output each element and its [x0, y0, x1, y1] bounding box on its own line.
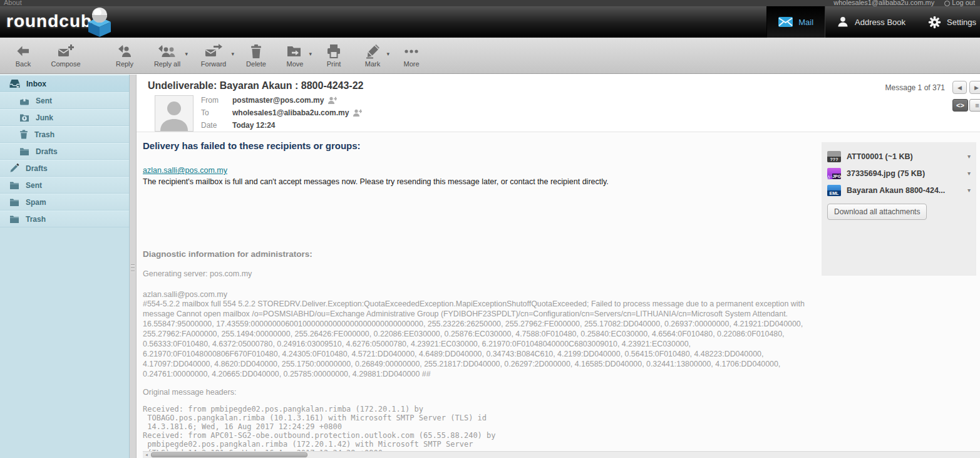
more-icon: [403, 44, 420, 59]
dropdown-caret-icon: ▾: [309, 51, 312, 57]
attachment-menu-caret-icon[interactable]: ▾: [967, 187, 971, 194]
attachment-item[interactable]: EML Bayaran Akaun 8800-424... ▾: [827, 182, 971, 199]
message-header: Undeliverable: Bayaran Akaun : 8800-4243…: [137, 75, 980, 132]
plaintext-view-toggle[interactable]: ≡: [969, 99, 980, 112]
nav-mail[interactable]: Mail: [766, 6, 825, 38]
forward-icon: [205, 44, 222, 59]
sidebar-item-sent2[interactable]: Sent: [0, 177, 129, 194]
html-view-toggle[interactable]: <>: [952, 99, 968, 112]
date-row: Date Today 12:24: [201, 119, 362, 132]
message-counter: Message 1 of 371: [885, 83, 945, 92]
nav-address-book[interactable]: Address Book: [825, 6, 917, 38]
folder-icon: [9, 214, 19, 224]
move-folder-icon: [287, 44, 303, 59]
roundcube-app: About wholesales1@alibaba2u.com.my Log o…: [0, 0, 980, 458]
add-contact-icon[interactable]: [353, 109, 362, 117]
inbox-icon: [9, 79, 20, 88]
attachment-item[interactable]: ??? ATT00001 (~1 KB) ▾: [827, 148, 971, 165]
download-all-attachments-button[interactable]: Download all attachments: [827, 204, 927, 220]
junk-icon: [19, 113, 29, 122]
diagnostic-text: #554-5.2.2 mailbox full 554 5.2.2 STORED…: [143, 299, 810, 379]
reply-all-button[interactable]: ▾ Reply all: [144, 39, 190, 72]
add-contact-icon[interactable]: [328, 96, 337, 104]
folder-sidebar: Inbox Sent Junk Trash Drafts Drafts: [0, 75, 130, 458]
sidebar-item-inbox[interactable]: Inbox: [0, 75, 129, 92]
raw-message-headers: Received: from pmbipegde02.pos.pangkalan…: [143, 405, 980, 457]
trash-icon: [19, 130, 28, 139]
eml-file-icon: EML: [827, 185, 841, 196]
main-region: Inbox Sent Junk Trash Drafts Drafts: [0, 75, 980, 458]
dropdown-caret-icon: ▾: [185, 51, 188, 57]
sidebar-item-trash[interactable]: Trash: [0, 126, 129, 143]
forward-button[interactable]: ▾ Forward: [190, 39, 237, 72]
pencil-icon: [9, 164, 19, 173]
reply-icon: [117, 44, 132, 59]
to-address: wholesales1@alibaba2u.com.my: [232, 108, 349, 117]
header-fields: From postmaster@pos.com.my To wholesales…: [201, 94, 362, 132]
message-toolbar: Back Compose Reply ▾ Reply all ▾ Forward…: [0, 38, 980, 74]
attachment-item[interactable]: △○JPG 37335694.jpg (75 KB) ▾: [827, 165, 971, 182]
back-icon: [16, 44, 31, 59]
sidebar-item-drafts-sub[interactable]: Drafts: [0, 143, 129, 160]
compose-button[interactable]: Compose: [43, 39, 89, 72]
address-book-icon: [837, 16, 849, 28]
mail-icon: [778, 17, 793, 27]
mark-button[interactable]: ▾ Mark: [353, 39, 392, 72]
top-strip: About wholesales1@alibaba2u.com.my Log o…: [0, 0, 980, 6]
message-subject: Undeliverable: Bayaran Akaun : 8800-4243…: [148, 80, 363, 91]
from-row: From postmaster@pos.com.my: [201, 94, 362, 107]
move-button[interactable]: ▾ Move: [276, 39, 314, 72]
from-address: postmaster@pos.com.my: [232, 96, 324, 105]
delete-button[interactable]: Delete: [237, 39, 276, 72]
unknown-file-icon: ???: [827, 151, 841, 162]
reply-all-icon: [158, 44, 177, 59]
splitter-grip-icon: [131, 263, 135, 274]
sidebar-item-spam[interactable]: Spam: [0, 194, 129, 211]
message-pane: Undeliverable: Bayaran Akaun : 8800-4243…: [137, 75, 980, 458]
trash-icon: [249, 44, 263, 59]
sent-icon: [19, 96, 29, 105]
folder-icon: [19, 147, 29, 156]
scroll-left-arrow-icon[interactable]: ◂: [143, 452, 150, 458]
about-link[interactable]: About: [4, 0, 22, 6]
mark-icon: [365, 44, 380, 59]
taskbar: Mail Address Book Settings: [766, 6, 980, 38]
sidebar-item-trash2[interactable]: Trash: [0, 211, 129, 227]
more-button[interactable]: More: [392, 39, 431, 72]
folder-icon: [9, 197, 19, 207]
recipient-link[interactable]: azlan.salli@pos.com.my: [143, 166, 227, 175]
scrollbar-thumb[interactable]: [151, 452, 307, 457]
sender-avatar: [155, 95, 193, 132]
message-date: Today 12:24: [232, 121, 275, 130]
app-header: roundcube Mail Address Book: [0, 6, 980, 38]
print-icon: [326, 44, 341, 59]
compose-icon: [58, 44, 74, 59]
next-message-button[interactable]: ▶: [969, 81, 980, 94]
gear-icon: [928, 16, 941, 29]
jpg-file-icon: △○JPG: [827, 168, 841, 179]
logout-link[interactable]: Log out: [944, 0, 975, 6]
previous-message-button[interactable]: ◀: [952, 81, 967, 94]
sidebar-splitter[interactable]: [130, 75, 137, 458]
attachment-menu-caret-icon[interactable]: ▾: [967, 153, 971, 160]
print-button[interactable]: Print: [314, 39, 353, 72]
nav-settings[interactable]: Settings: [917, 6, 980, 38]
user-email: wholesales1@alibaba2u.com.my: [833, 0, 934, 6]
attachment-menu-caret-icon[interactable]: ▾: [967, 170, 971, 177]
back-button[interactable]: Back: [4, 39, 43, 72]
sidebar-item-sent[interactable]: Sent: [0, 92, 129, 109]
diagnostic-recipient: azlan.salli@pos.com.my: [143, 290, 980, 299]
reply-button[interactable]: Reply: [105, 39, 144, 72]
dropdown-caret-icon: ▾: [231, 51, 234, 57]
dropdown-caret-icon: ▾: [386, 51, 389, 57]
horizontal-scrollbar[interactable]: ◂: [143, 451, 980, 458]
person-silhouette-icon: [155, 96, 193, 131]
roundcube-cube-icon: [85, 6, 115, 39]
to-row: To wholesales1@alibaba2u.com.my: [201, 107, 362, 119]
sidebar-item-junk[interactable]: Junk: [0, 109, 129, 126]
original-headers-heading: Original message headers:: [143, 388, 980, 397]
attachments-panel: ??? ATT00001 (~1 KB) ▾ △○JPG 37335694.jp…: [822, 142, 976, 276]
sidebar-item-drafts[interactable]: Drafts: [0, 160, 129, 177]
power-icon: [944, 1, 950, 6]
folder-icon: [9, 180, 19, 190]
